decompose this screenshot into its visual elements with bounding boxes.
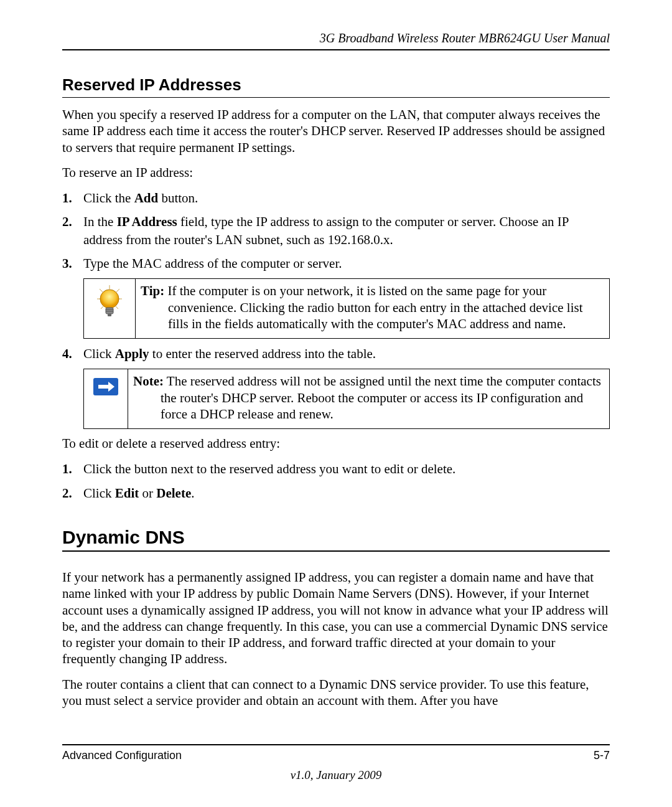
add-label: Add — [134, 191, 159, 205]
step-text: In the — [83, 214, 117, 229]
note-body: The reserved address will not be assigne… — [161, 374, 601, 422]
step-text: Click the button next to the reserved ad… — [83, 461, 455, 476]
step-text: to enter the reserved address into the t… — [149, 346, 376, 361]
note-text: Note: The reserved address will not be a… — [128, 369, 609, 428]
edit-label: Edit — [115, 486, 139, 501]
header-rule — [62, 49, 610, 50]
step-number: 1. — [62, 189, 72, 207]
footer-version: v1.0, January 2009 — [62, 768, 610, 782]
tip-lead: Tip: — [141, 283, 164, 298]
arrow-icon — [84, 369, 128, 428]
svg-line-6 — [116, 306, 118, 309]
intro-paragraph-2: To reserve an IP address: — [62, 164, 610, 181]
heading-rule-2 — [62, 550, 610, 552]
step-3: 3. Type the MAC address of the computer … — [62, 255, 610, 272]
step-2: 2. In the IP Address field, type the IP … — [62, 213, 610, 248]
section-heading-reserved-ip: Reserved IP Addresses — [62, 75, 610, 95]
svg-rect-11 — [108, 314, 111, 316]
note-box: Note: The reserved address will not be a… — [83, 369, 610, 429]
step-text: Click — [83, 346, 115, 361]
edit-delete-steps: 1. Click the button next to the reserved… — [62, 460, 610, 502]
step-4: 4. Click Apply to enter the reserved add… — [62, 345, 610, 362]
ddns-paragraph-1: If your network has a permanently assign… — [62, 569, 610, 668]
ip-address-label: IP Address — [117, 214, 177, 229]
ed-step-2: 2. Click Edit or Delete. — [62, 484, 610, 502]
step-text: Click the — [83, 191, 134, 205]
heading-rule — [62, 97, 610, 98]
step-text: Click — [83, 486, 115, 501]
tip-box: Tip: If the computer is on your network,… — [83, 278, 610, 339]
tip-body: If the computer is on your network, it i… — [164, 283, 582, 331]
step-text: Type the MAC address of the computer or … — [83, 256, 342, 271]
ddns-paragraph-2: The router contains a client that can co… — [62, 676, 610, 709]
section-heading-dynamic-dns: Dynamic DNS — [62, 527, 610, 548]
reserve-steps-list-cont: 4. Click Apply to enter the reserved add… — [62, 345, 610, 362]
intro-paragraph-1: When you specify a reserved IP address f… — [62, 106, 610, 156]
step-text: button. — [158, 191, 198, 205]
note-lead: Note: — [133, 374, 164, 389]
footer-rule — [62, 744, 610, 745]
apply-label: Apply — [115, 346, 149, 361]
delete-label: Delete — [156, 486, 191, 501]
ed-step-1: 1. Click the button next to the reserved… — [62, 460, 610, 478]
footer-right: 5-7 — [594, 749, 610, 762]
running-header: 3G Broadband Wireless Router MBR624GU Us… — [62, 31, 610, 45]
step-text: . — [191, 486, 194, 501]
page-footer: Advanced Configuration 5-7 v1.0, January… — [62, 744, 610, 782]
step-number: 4. — [62, 345, 72, 362]
tip-text: Tip: If the computer is on your network,… — [136, 279, 609, 338]
step-number: 2. — [62, 484, 72, 502]
step-number: 2. — [62, 213, 72, 230]
step-number: 1. — [62, 460, 72, 478]
svg-point-7 — [100, 290, 119, 308]
reserve-steps-list: 1. Click the Add button. 2. In the IP Ad… — [62, 189, 610, 272]
svg-line-5 — [101, 306, 103, 309]
step-number: 3. — [62, 255, 72, 272]
svg-line-1 — [100, 289, 103, 292]
step-1: 1. Click the Add button. — [62, 189, 610, 207]
edit-delete-intro: To edit or delete a reserved address ent… — [62, 435, 610, 451]
lightbulb-icon — [84, 279, 136, 338]
step-text: or — [139, 486, 156, 501]
svg-rect-8 — [106, 308, 113, 314]
svg-line-2 — [116, 289, 119, 292]
footer-left: Advanced Configuration — [62, 749, 182, 762]
